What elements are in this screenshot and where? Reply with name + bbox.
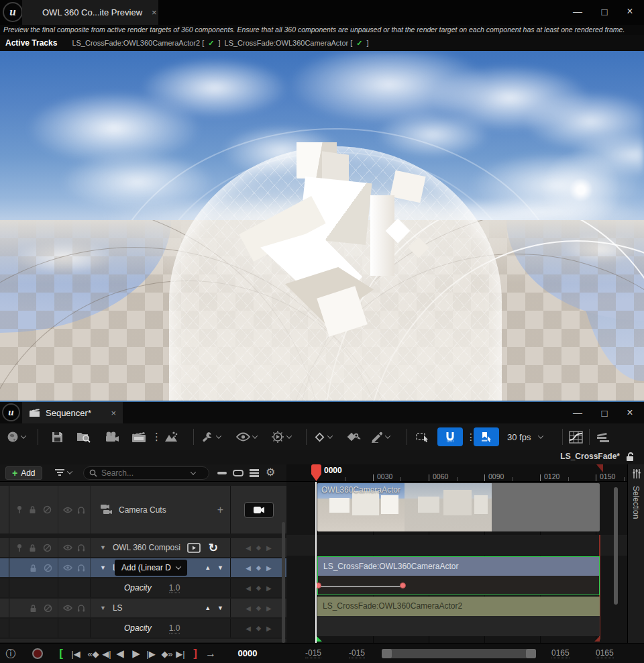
add-section-dropdown[interactable]: Add (Linear D bbox=[115, 560, 187, 576]
headphones-icon[interactable] bbox=[77, 544, 85, 552]
playback-range-end-marker[interactable] bbox=[596, 464, 603, 472]
pin-icon[interactable] bbox=[16, 544, 23, 552]
add-key-icon[interactable]: ◆ bbox=[256, 564, 261, 571]
expand-triangle-icon[interactable]: ▼ bbox=[100, 605, 106, 611]
unlock-icon[interactable] bbox=[625, 452, 635, 462]
timeline-scrollbar[interactable] bbox=[614, 487, 618, 605]
view-end-field[interactable]: 0165 bbox=[551, 648, 570, 658]
timeline-area[interactable]: OWL360CameraActor LS_CrossFade:OWL360Cam… bbox=[286, 482, 627, 643]
timeline-horizontal-scrollbar[interactable] bbox=[382, 649, 536, 658]
edit-mode-pen-button[interactable] bbox=[370, 429, 390, 445]
move-up-icon[interactable]: ▲ bbox=[205, 564, 211, 571]
refresh-icon[interactable]: ↻ bbox=[209, 541, 218, 555]
world-outliner-button[interactable] bbox=[7, 429, 25, 445]
expand-triangle-icon[interactable]: ▼ bbox=[100, 564, 106, 571]
prev-key-icon[interactable]: ◀ bbox=[246, 544, 251, 552]
track-row-camera-cuts[interactable]: Camera Cuts + bbox=[0, 486, 286, 533]
marker-snap-button[interactable] bbox=[474, 427, 499, 446]
scrollbar-right-cap[interactable] bbox=[526, 649, 536, 658]
move-down-icon[interactable]: ▼ bbox=[217, 564, 223, 571]
maximize-button[interactable]: □ bbox=[592, 0, 617, 23]
scrollbar-left-cap[interactable] bbox=[382, 649, 392, 658]
auto-key-button[interactable] bbox=[346, 429, 361, 445]
shot-track-button[interactable] bbox=[596, 429, 612, 445]
play-reverse-button[interactable]: ◀ bbox=[113, 644, 127, 663]
next-key-icon[interactable]: ▶ bbox=[266, 544, 272, 552]
mute-ban-icon[interactable] bbox=[44, 604, 52, 613]
track-row-fade1[interactable]: ▼ LS Add (Linear D ▲ ▼ ◀◆▶ bbox=[0, 558, 286, 577]
playhead-marker[interactable] bbox=[311, 464, 321, 481]
save-button[interactable] bbox=[51, 429, 64, 445]
track-row-opacity1[interactable]: Opacity 1.0 ◀◆▶ bbox=[0, 578, 286, 597]
lock-icon[interactable] bbox=[30, 564, 37, 572]
preview-tab[interactable]: OWL 360 Co...ite Preview × bbox=[22, 0, 158, 25]
mute-ban-icon[interactable] bbox=[43, 505, 52, 514]
mute-ban-icon[interactable] bbox=[44, 564, 52, 572]
camera-button[interactable] bbox=[105, 429, 119, 445]
close-button[interactable]: × bbox=[617, 0, 643, 23]
fps-dropdown[interactable]: 30 fps bbox=[507, 429, 543, 445]
view-start-field[interactable]: -015 bbox=[349, 648, 365, 658]
lock-icon[interactable] bbox=[29, 544, 36, 552]
preview-tab-close-icon[interactable]: × bbox=[152, 7, 157, 17]
eye-icon[interactable] bbox=[63, 564, 72, 571]
prev-key-icon[interactable]: ◀ bbox=[246, 584, 251, 592]
record-button[interactable] bbox=[32, 648, 43, 659]
to-start-button[interactable]: |◀ bbox=[68, 644, 83, 663]
next-key-icon[interactable]: ▶ bbox=[266, 564, 272, 572]
next-key-icon[interactable]: ▶ bbox=[266, 605, 272, 612]
search-input[interactable] bbox=[101, 468, 187, 478]
headphones-icon[interactable] bbox=[77, 564, 85, 572]
playhead-line[interactable] bbox=[315, 482, 317, 643]
filter-button[interactable] bbox=[55, 468, 72, 477]
play-button[interactable]: ▶ bbox=[129, 644, 144, 663]
next-key-icon[interactable]: ▶ bbox=[266, 584, 272, 592]
add-camera-cut-plus-icon[interactable]: + bbox=[217, 504, 223, 516]
range-start-field[interactable]: -015 bbox=[305, 648, 321, 658]
mute-ban-icon[interactable] bbox=[43, 544, 52, 552]
row-size-large-button[interactable] bbox=[248, 468, 260, 478]
track-row-fade2[interactable]: ▼ LS ▲ ▼ ◀◆▶ bbox=[0, 599, 286, 617]
move-up-icon[interactable]: ▲ bbox=[205, 605, 211, 611]
eye-icon[interactable] bbox=[63, 605, 72, 611]
eye-icon[interactable] bbox=[63, 544, 72, 551]
jump-arrow-button[interactable]: → bbox=[203, 644, 219, 663]
step-forward-button[interactable]: |▶ bbox=[144, 644, 158, 663]
lock-camera-button[interactable] bbox=[244, 502, 274, 518]
selection-panel-label[interactable]: Selection bbox=[631, 486, 641, 519]
close-button[interactable]: × bbox=[617, 402, 643, 423]
minimize-button[interactable]: — bbox=[565, 402, 590, 423]
track-row-composite[interactable]: ▼ OWL 360 Composi ↻ ◀◆▶ bbox=[0, 538, 286, 557]
sequencer-tab-close-icon[interactable]: × bbox=[111, 408, 116, 418]
maximize-button[interactable]: □ bbox=[592, 402, 617, 423]
headphones-icon[interactable] bbox=[77, 604, 85, 612]
settings-wrench-button[interactable] bbox=[201, 429, 221, 445]
expand-triangle-icon[interactable]: ▼ bbox=[100, 544, 106, 551]
lock-icon[interactable] bbox=[29, 505, 36, 514]
gear-icon[interactable]: ⚙ bbox=[266, 466, 275, 478]
sequencer-tab[interactable]: Sequencer* × bbox=[22, 402, 123, 423]
add-key-icon[interactable]: ◆ bbox=[256, 544, 261, 551]
sliders-icon[interactable] bbox=[632, 468, 641, 479]
timeline-ruler[interactable]: 0030 0060 0090 0120 0150 0000 bbox=[286, 464, 627, 482]
range-end-field[interactable]: 0165 bbox=[596, 648, 614, 658]
opacity-value[interactable]: 1.0 bbox=[169, 583, 180, 593]
info-icon[interactable]: ⓘ bbox=[3, 644, 19, 663]
keyframe-dot[interactable] bbox=[400, 582, 406, 589]
curve-editor-button[interactable] bbox=[569, 429, 583, 445]
to-end-button[interactable]: ▶| bbox=[173, 644, 188, 663]
pin-icon[interactable] bbox=[16, 505, 23, 514]
opacity-value[interactable]: 1.0 bbox=[169, 623, 180, 633]
headphones-icon[interactable] bbox=[77, 506, 85, 514]
render-options-dots-icon[interactable]: ⋮ bbox=[152, 429, 162, 445]
crossfade-clip-2[interactable]: LS_CrossFade:OWL360CameraActor2 bbox=[317, 597, 600, 616]
playback-options-button[interactable] bbox=[271, 429, 291, 445]
preview-monitor-button[interactable] bbox=[187, 543, 201, 553]
add-key-icon[interactable]: ◆ bbox=[256, 625, 261, 631]
panorama-viewport[interactable] bbox=[0, 51, 644, 401]
set-start-bracket-button[interactable]: [ bbox=[55, 644, 67, 663]
prev-key-icon[interactable]: ◀ bbox=[246, 564, 251, 572]
prev-key-icon[interactable]: ◀ bbox=[246, 625, 251, 632]
add-track-button[interactable]: + Add bbox=[5, 466, 42, 480]
add-key-icon[interactable]: ◆ bbox=[256, 584, 261, 591]
